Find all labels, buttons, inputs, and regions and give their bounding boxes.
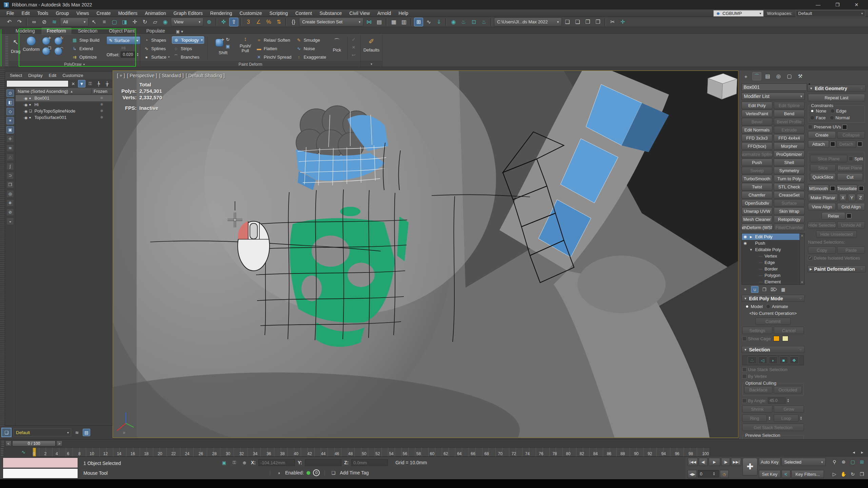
slice-button[interactable]: Slice [810,164,836,171]
next-frame-button[interactable]: |▶ [721,458,730,466]
edit-geometry-rollout-header[interactable]: ▼Edit Geometry⁘ [807,85,866,92]
viewport-label-segment[interactable]: [ + ] [117,73,125,78]
key-steps-icon[interactable]: ⑆ [782,470,790,478]
offset-spinner[interactable] [136,53,140,57]
show-end-result-icon[interactable]: ∪ [751,286,758,293]
paint-deformation-rollout-header[interactable]: ▶Paint Deformation⁘ [807,265,866,272]
user-account-dropdown[interactable]: ☻ CGBUMP ▾ [713,10,764,17]
align-icon[interactable]: ▤ [375,18,384,26]
time-configuration-icon[interactable]: ◷ [720,470,729,478]
rendered-frame-window-icon[interactable]: ⊡ [469,18,478,26]
add-time-tag[interactable]: Add Time Tag [340,470,369,475]
modifier-stack-row[interactable]: Polygon [742,272,800,279]
modifier-preset-button[interactable]: ProOptimizer [774,150,805,158]
asset-tracking-icon[interactable]: ❏ [563,18,572,26]
menu-item[interactable]: Scripting [266,10,292,17]
modifier-preset-button[interactable]: CreaseSet [774,191,805,199]
select-and-place-icon[interactable]: ◉ [161,18,170,26]
relax-soften-button[interactable]: ≈Relax/ Soften [255,36,293,44]
constraint-face-radio[interactable]: Face [810,115,826,120]
previous-frame-button[interactable]: ◀| [699,458,708,466]
modifier-preset-button[interactable]: STL Check [774,183,805,190]
modifier-preset-button[interactable]: OpenSubdiv [742,199,772,207]
settings-button[interactable]: Settings [742,327,772,334]
modifier-preset-button[interactable]: Unwrap UVW [742,207,772,215]
pick-tool[interactable]: ⌒ Pick [330,36,344,53]
filter-particles-icon[interactable]: ∴ [6,154,14,161]
absolute-mode-icon[interactable]: ⊕ [241,459,248,466]
select-and-scale-icon[interactable]: ▱ [151,18,160,26]
object-name-field[interactable] [742,83,807,91]
select-by-name-icon[interactable]: ≡ [100,18,109,26]
menu-item[interactable]: Customize [236,10,265,17]
scene-object-row[interactable]: · ● Box001 [16,95,112,101]
modifier-preset-button[interactable]: Chamfer [742,191,772,199]
create-tab[interactable]: + [742,72,750,80]
percent-snap-icon[interactable]: % [264,18,273,26]
edge-icon[interactable]: ◁ [758,357,767,364]
scene-object-row[interactable]: · ● Hi [16,101,112,108]
filter-materials-icon[interactable]: ◒ [6,218,14,225]
modifier-preset-button[interactable]: Push [742,159,772,166]
material-editor-icon[interactable]: ◉ [449,18,458,26]
unhide-all-button[interactable]: Unhide All [837,221,865,229]
planar-z-button[interactable]: Z [857,194,864,201]
previous-frame-button[interactable]: < [5,441,12,446]
by-angle-control[interactable]: By Angle: 45.0 [742,398,804,404]
modifier-stack-row[interactable]: Border [742,266,800,272]
shift-tool[interactable]: ✛ ↻ ▣ Shift [210,36,236,55]
filter-lights-icon[interactable]: ☀ [6,117,14,124]
select-and-rotate-icon[interactable]: ↻ [140,18,150,26]
ribbon-tab[interactable]: Modeling [10,27,40,34]
modifier-preset-button[interactable]: FFD 3x3x3 [742,134,772,142]
menu-item[interactable]: Animation [141,10,170,17]
workspace-dropdown[interactable]: Default [796,10,865,17]
y-coordinate-field[interactable] [305,459,341,466]
modifier-preset-button[interactable]: Edit Spline [774,102,805,109]
curve-editor-icon[interactable]: ∿ [424,18,433,26]
remove-modifier-icon[interactable]: ⌦ [770,286,777,293]
menu-item[interactable]: Tools [34,10,52,17]
reset-plane-button[interactable]: Reset Plane [837,164,863,171]
filter-helpers-icon[interactable]: ✛ [6,135,14,143]
modifier-preset-button[interactable]: Retopology [774,216,805,223]
conform-scale-icon[interactable]: ❐ [42,47,50,55]
conform-tool[interactable]: Conform [23,36,40,52]
visibility-eye-icon[interactable] [24,108,29,114]
go-to-end-button[interactable]: ▶▶| [731,458,741,466]
modifier-preset-button[interactable]: Shell [774,159,805,166]
expand-arrow-icon[interactable]: ▼ [749,248,753,251]
minimize-button[interactable]: — [816,2,821,7]
select-and-link-icon[interactable]: ∞ [29,18,39,26]
shrink-button[interactable]: Shrink [742,405,772,413]
menu-item[interactable]: Arnold [374,10,395,17]
grid-align-button[interactable]: Grid Align [837,203,865,210]
filter-ik-icon[interactable]: ⊃ [6,172,14,179]
selection-lock-icon[interactable]: ⚿ [231,459,238,466]
track-bar-option-icon[interactable]: ◂ [850,448,857,456]
menu-item[interactable]: Help [395,10,412,17]
track-bar-ruler[interactable]: 0246810121416182022242628303234363840424… [32,447,710,457]
use-stack-selection-checkbox[interactable]: Use Stack Selection [742,367,804,372]
angle-snap-icon[interactable]: ∠ [254,18,263,26]
modifier-preset-button[interactable]: Fillet/Chamfer [774,224,805,231]
set-key-button[interactable]: Set Key [759,470,781,478]
toolbar-separator[interactable] [411,18,412,26]
active-layer-dropdown[interactable]: Default [14,428,71,436]
modifier-preset-button[interactable]: Mesh Cleaner [742,216,772,223]
z-coordinate-field[interactable]: 0.0mm [351,459,388,466]
frozen-snowflake-icon[interactable] [91,115,112,120]
cut-tool-icon[interactable]: ✂ [608,18,617,26]
display-tab[interactable]: ▢ [785,72,794,80]
stack-scrollbar[interactable]: ∧∨ [800,233,804,284]
filter-bones-icon[interactable]: ∫ [6,163,14,170]
auto-key-button[interactable]: Auto Key [759,458,781,466]
project-folder-dropdown[interactable]: C:\Users\JI...ds Max 2022 [494,18,562,26]
expand-tree-icon[interactable]: ╄ [95,80,102,87]
split-checkbox[interactable]: Split [849,156,863,161]
filter-spacewarps-icon[interactable]: ≋ [6,144,14,152]
grow-button[interactable]: Grow [774,405,804,413]
toolbar-separator[interactable] [240,18,242,26]
ribbon-config-button[interactable]: ▣▾ [174,29,185,34]
modifier-stack-row[interactable]: ▼ Editable Poly [742,246,800,253]
